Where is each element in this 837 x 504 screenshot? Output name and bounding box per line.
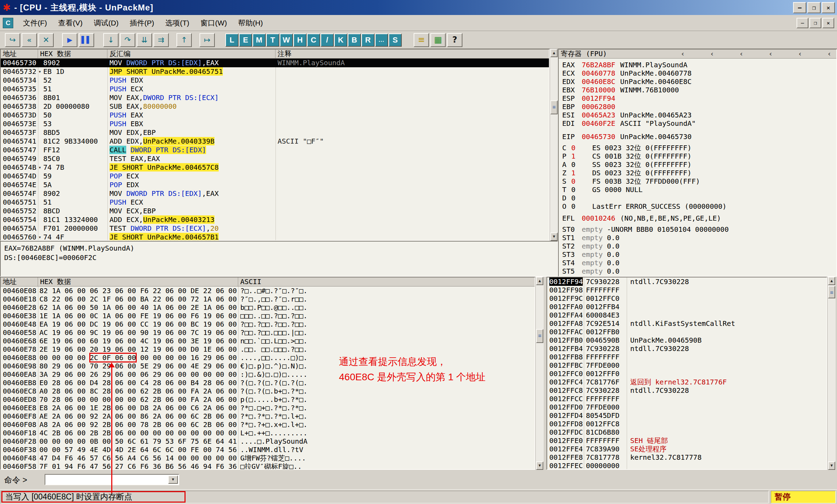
register-row[interactable]: D0: [562, 194, 836, 202]
disasm-row[interactable]: 0046574181C2 9B334000ADD EDX,UnPackMe.00…: [1, 137, 549, 146]
hex-dump-row[interactable]: 00460E2862 1A 06 00 50 1A 06 00 40 1A 06…: [1, 303, 535, 312]
disasm-row[interactable]: 00465760▾74 4FJE SHORT UnPackMe.004657B1: [1, 233, 549, 240]
register-row[interactable]: A0SS 0023 32位 0(FFFFFFFF): [562, 160, 836, 169]
stack-row[interactable]: 0012FFDC81CD6B80: [547, 428, 827, 436]
register-row[interactable]: ESI00465A23UnPackMe.00465A23: [562, 111, 836, 119]
scrollbar-thumb[interactable]: ≡: [550, 100, 558, 114]
animate-into-button[interactable]: ⇊: [137, 33, 152, 47]
hex-dump-row[interactable]: 00460E58AC 19 06 00 9C 19 06 00 90 19 06…: [1, 328, 535, 337]
stack-row[interactable]: 0012FFA87C92E514ntdll.KiFastSystemCallRe…: [547, 319, 827, 328]
disassembly-scrollbar[interactable]: ▲ ≡ ▼: [550, 49, 558, 241]
register-row[interactable]: EBP00062800: [562, 102, 836, 111]
disasm-row[interactable]: 0046574E5APOP EDX: [1, 181, 549, 189]
open-button[interactable]: ↪: [5, 33, 20, 47]
window-close-button[interactable]: ✕: [822, 2, 835, 13]
hex-dump-row[interactable]: 00460E381E 1A 06 00 0C 1A 06 00 FE 19 06…: [1, 312, 535, 320]
log-button[interactable]: L: [225, 33, 239, 47]
step-into-button[interactable]: ↓: [103, 33, 119, 47]
register-row[interactable]: EDI00460F2EASCII "PlaySoundA": [562, 119, 836, 128]
mdi-restore-button[interactable]: ❐: [809, 18, 821, 28]
scroll-up-button[interactable]: ▲: [550, 49, 558, 57]
register-row[interactable]: O0LastErr ERROR_SUCCESS (00000000): [562, 202, 836, 211]
run-button[interactable]: ▶: [62, 33, 77, 47]
stack-row[interactable]: 0012FF9C0012FFC0: [547, 294, 827, 303]
column-header-address[interactable]: 地址: [1, 277, 38, 286]
menu-file[interactable]: 文件(F): [17, 15, 53, 31]
hex-dump-row[interactable]: 00460E18C8 22 06 00 2C 1F 06 00 BA 22 06…: [1, 295, 535, 303]
disasm-row[interactable]: 00465732▾EB 1DJMP SHORT UnPackMe.0046575…: [1, 67, 549, 76]
hex-dump-scrollbar[interactable]: ▲ ≡ ▼: [535, 277, 544, 470]
stack-row[interactable]: 0012FFE0FFFFFFFFSEH 链尾部: [547, 436, 827, 445]
menu-help[interactable]: 帮助(H): [233, 15, 269, 31]
threads-button[interactable]: T: [266, 33, 279, 47]
disasm-row[interactable]: 004657382D 00000080SUB EAX,80000000: [1, 102, 549, 111]
disasm-row[interactable]: 00465747FF12CALL DWORD PTR DS:[EDX]: [1, 146, 549, 154]
run-to-cursor-button[interactable]: ↦: [199, 33, 215, 47]
animate-over-button[interactable]: ⇉: [153, 33, 169, 47]
register-row[interactable]: ST4empty 0.0: [562, 259, 836, 267]
restart-button[interactable]: «: [22, 33, 37, 47]
disasm-row[interactable]: 0046575481C1 13324000ADD ECX,UnPackMe.00…: [1, 215, 549, 224]
hex-dump-row[interactable]: 00460E782E 19 06 00 20 19 06 00 12 19 06…: [1, 345, 535, 353]
scrollbar-thumb[interactable]: ≡: [536, 329, 543, 343]
register-row[interactable]: EIP00465730UnPackMe.00465730: [562, 132, 836, 141]
menu-debug[interactable]: 调试(D): [88, 15, 124, 31]
handles-button[interactable]: H: [293, 33, 307, 47]
disasm-row[interactable]: 004657308902MOV DWORD PTR DS:[EDX],EAXWI…: [1, 59, 549, 67]
cpu-button[interactable]: C: [307, 33, 320, 47]
register-row[interactable]: EAX76B2A8BFWINMM.PlaySoundA: [562, 61, 836, 69]
column-header-hex[interactable]: HEX 数据: [38, 277, 238, 286]
stack-row[interactable]: 0012FFD480545DFD: [547, 411, 827, 420]
window-minimize-button[interactable]: —: [793, 2, 806, 13]
register-row[interactable]: Z1DS 0023 32位 0(FFFFFFFF): [562, 169, 836, 177]
memory-button[interactable]: M: [252, 33, 266, 47]
run-trace-button[interactable]: ...: [375, 33, 388, 47]
source-button[interactable]: S: [389, 33, 402, 47]
pause-button[interactable]: ▌▌: [79, 33, 94, 47]
disasm-row[interactable]: 0046573E53PUSH EBX: [1, 120, 549, 128]
column-header-address[interactable]: 地址: [1, 49, 38, 58]
scrollbar-thumb[interactable]: ≡: [828, 286, 835, 298]
stack-row[interactable]: 0012FFC00012FFF0: [547, 369, 827, 378]
register-row[interactable]: ESP0012FF94: [562, 94, 836, 102]
hex-dump-row[interactable]: 00460F2800 00 00 00 0B 00 50 6C 61 79 53…: [1, 437, 535, 445]
appearance-button[interactable]: ▦: [430, 33, 446, 47]
hex-dump-row[interactable]: 00460F184C 2B 06 00 2B 2B 06 00 00 00 00…: [1, 429, 535, 437]
stack-row[interactable]: 0012FFA4600084E3: [547, 311, 827, 319]
stack-row[interactable]: 0012FFEC00000000: [547, 461, 827, 469]
mdi-close-button[interactable]: ✕: [822, 18, 834, 28]
windows-button[interactable]: W: [280, 33, 293, 47]
register-row[interactable]: ST1empty 0.0: [562, 234, 836, 242]
register-row[interactable]: ST3empty 0.0: [562, 250, 836, 259]
disasm-row[interactable]: 004657368B01MOV EAX,DWORD PTR DS:[ECX]: [1, 93, 549, 102]
stack-row[interactable]: 0012FFD80012FFC8: [547, 420, 827, 428]
stack-row[interactable]: 0012FFAC0012FFB0: [547, 328, 827, 336]
stack-row[interactable]: 0012FFC87C930228ntdll.7C930228: [547, 386, 827, 395]
command-dropdown-button[interactable]: ▼: [168, 475, 178, 484]
scroll-down-button[interactable]: ▼: [536, 461, 543, 470]
hex-dump-row[interactable]: 00460EE8E8 2A 06 00 1E 2B 06 00 D8 2A 06…: [1, 404, 535, 412]
menu-view[interactable]: 查看(V): [53, 15, 88, 31]
stack-row[interactable]: 0012FFCCFFFFFFFF: [547, 395, 827, 403]
breakpoints-button[interactable]: B: [348, 33, 361, 47]
disasm-row[interactable]: 0046573551PUSH ECX: [1, 85, 549, 93]
references-button[interactable]: R: [361, 33, 375, 47]
stack-row[interactable]: 0012FF98FFFFFFFF: [547, 286, 827, 294]
register-row[interactable]: EDX00460E8CUnPackMe.00460E8C: [562, 77, 836, 86]
register-row[interactable]: ST0empty -UNORM BBB0 01050104 00000000: [562, 225, 836, 234]
window-maximize-button[interactable]: ❐: [807, 2, 821, 13]
stack-row[interactable]: 0012FFA00012FFB4: [547, 303, 827, 311]
hex-dump-row[interactable]: 00460F3800 00 57 49 4E 4D 4D 2E 64 6C 6C…: [1, 445, 535, 454]
hex-dump-row[interactable]: 00460E0882 1A 06 00 06 23 06 00 F6 22 06…: [1, 287, 535, 295]
patches-button[interactable]: /: [321, 33, 334, 47]
disasm-row[interactable]: 0046573452PUSH EDX: [1, 76, 549, 85]
mdi-minimize-button[interactable]: —: [797, 18, 808, 28]
register-row[interactable]: EBX76B10000WINMM.76B10000: [562, 86, 836, 94]
register-row[interactable]: ECX00460778UnPackMe.00460778: [562, 69, 836, 77]
stack-row[interactable]: 0012FFD07FFDE000: [547, 403, 827, 411]
register-row[interactable]: T0GS 0000 NULL: [562, 185, 836, 194]
call-stack-button[interactable]: K: [334, 33, 347, 47]
column-header-disasm[interactable]: 反汇编: [107, 49, 276, 58]
hex-dump-row[interactable]: 00460ED870 28 06 00 00 00 00 00 62 2B 06…: [1, 395, 535, 404]
scroll-up-button[interactable]: ▲: [828, 277, 835, 285]
